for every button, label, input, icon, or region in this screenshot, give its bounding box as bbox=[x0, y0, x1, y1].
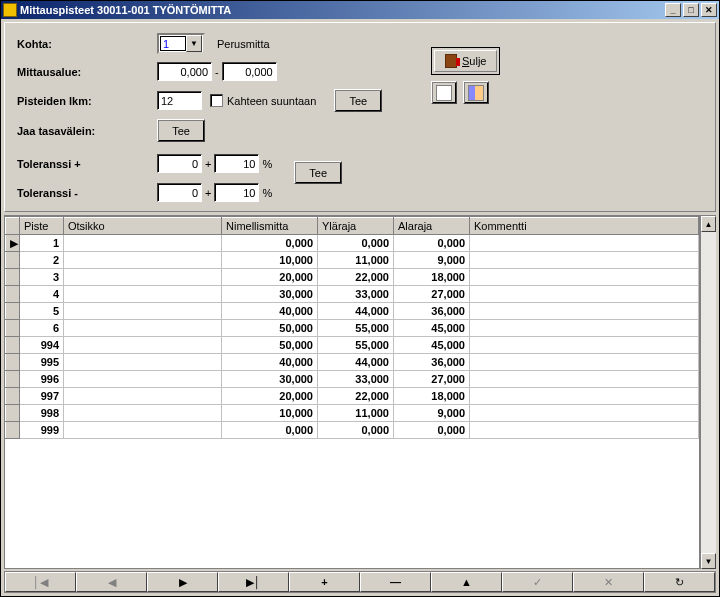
row-indicator[interactable] bbox=[6, 286, 20, 303]
cell-piste[interactable]: 997 bbox=[20, 388, 64, 405]
cell-ylaraja[interactable]: 22,000 bbox=[318, 269, 394, 286]
cell-piste[interactable]: 5 bbox=[20, 303, 64, 320]
cell-nimellis[interactable]: 10,000 bbox=[222, 252, 318, 269]
grid-options-button[interactable] bbox=[431, 81, 457, 104]
cell-piste[interactable]: 6 bbox=[20, 320, 64, 337]
cell-ylaraja[interactable]: 22,000 bbox=[318, 388, 394, 405]
cell-nimellis[interactable]: 50,000 bbox=[222, 320, 318, 337]
kahteen-checkbox[interactable] bbox=[210, 94, 223, 107]
cell-piste[interactable]: 996 bbox=[20, 371, 64, 388]
cell-ylaraja[interactable]: 33,000 bbox=[318, 286, 394, 303]
table-row[interactable]: 650,00055,00045,000 bbox=[6, 320, 699, 337]
range-from-input[interactable] bbox=[157, 62, 212, 81]
cell-piste[interactable]: 998 bbox=[20, 405, 64, 422]
cell-otsikko[interactable] bbox=[64, 235, 222, 252]
table-row[interactable]: 9990,0000,0000,000 bbox=[6, 422, 699, 439]
tee-button-1[interactable]: Tee bbox=[334, 89, 382, 112]
col-kommentti[interactable]: Kommentti bbox=[470, 218, 699, 235]
scroll-track[interactable] bbox=[701, 232, 716, 553]
table-row[interactable]: 99720,00022,00018,000 bbox=[6, 388, 699, 405]
table-row[interactable]: 430,00033,00027,000 bbox=[6, 286, 699, 303]
tee-button-2[interactable]: Tee bbox=[157, 119, 205, 142]
sulje-button[interactable]: Sulje bbox=[431, 47, 500, 75]
nav-next-button[interactable]: ▶ bbox=[147, 572, 218, 592]
cell-ylaraja[interactable]: 55,000 bbox=[318, 337, 394, 354]
cell-otsikko[interactable] bbox=[64, 388, 222, 405]
cell-ylaraja[interactable]: 0,000 bbox=[318, 235, 394, 252]
cell-ylaraja[interactable]: 44,000 bbox=[318, 354, 394, 371]
table-row[interactable]: 99810,00011,0009,000 bbox=[6, 405, 699, 422]
tolp-a-input[interactable] bbox=[157, 154, 202, 173]
cell-otsikko[interactable] bbox=[64, 405, 222, 422]
tee-button-3[interactable]: Tee bbox=[294, 161, 342, 184]
cell-piste[interactable]: 2 bbox=[20, 252, 64, 269]
cell-piste[interactable]: 3 bbox=[20, 269, 64, 286]
nav-first-button[interactable]: │◀ bbox=[5, 572, 76, 592]
kohta-dropdown[interactable]: ▼ bbox=[157, 33, 205, 54]
cell-kommentti[interactable] bbox=[470, 337, 699, 354]
cell-kommentti[interactable] bbox=[470, 286, 699, 303]
row-indicator[interactable]: ▶ bbox=[6, 235, 20, 252]
cell-nimellis[interactable]: 40,000 bbox=[222, 303, 318, 320]
cell-alaraja[interactable]: 45,000 bbox=[394, 320, 470, 337]
cell-piste[interactable]: 4 bbox=[20, 286, 64, 303]
cell-alaraja[interactable]: 9,000 bbox=[394, 405, 470, 422]
cell-kommentti[interactable] bbox=[470, 320, 699, 337]
cell-alaraja[interactable]: 36,000 bbox=[394, 354, 470, 371]
dropdown-arrow-icon[interactable]: ▼ bbox=[186, 35, 202, 52]
cell-alaraja[interactable]: 27,000 bbox=[394, 371, 470, 388]
cell-ylaraja[interactable]: 0,000 bbox=[318, 422, 394, 439]
cell-piste[interactable]: 1 bbox=[20, 235, 64, 252]
row-indicator[interactable] bbox=[6, 422, 20, 439]
maximize-button[interactable]: □ bbox=[683, 3, 699, 17]
cell-ylaraja[interactable]: 11,000 bbox=[318, 252, 394, 269]
tolm-a-input[interactable] bbox=[157, 183, 202, 202]
table-row[interactable]: ▶10,0000,0000,000 bbox=[6, 235, 699, 252]
cell-alaraja[interactable]: 27,000 bbox=[394, 286, 470, 303]
cell-kommentti[interactable] bbox=[470, 235, 699, 252]
nav-cancel-button[interactable]: ✕ bbox=[573, 572, 644, 592]
table-row[interactable]: 320,00022,00018,000 bbox=[6, 269, 699, 286]
col-piste[interactable]: Piste bbox=[20, 218, 64, 235]
table-row[interactable]: 99450,00055,00045,000 bbox=[6, 337, 699, 354]
scroll-down-icon[interactable]: ▼ bbox=[701, 553, 716, 569]
cell-piste[interactable]: 999 bbox=[20, 422, 64, 439]
range-to-input[interactable] bbox=[222, 62, 277, 81]
nav-refresh-button[interactable]: ↻ bbox=[644, 572, 715, 592]
row-indicator[interactable] bbox=[6, 405, 20, 422]
nav-edit-button[interactable]: ▲ bbox=[431, 572, 502, 592]
nav-add-button[interactable]: + bbox=[289, 572, 360, 592]
table-row[interactable]: 99540,00044,00036,000 bbox=[6, 354, 699, 371]
cell-nimellis[interactable]: 30,000 bbox=[222, 371, 318, 388]
cell-nimellis[interactable]: 40,000 bbox=[222, 354, 318, 371]
col-alaraja[interactable]: Alaraja bbox=[394, 218, 470, 235]
cell-alaraja[interactable]: 18,000 bbox=[394, 269, 470, 286]
row-indicator[interactable] bbox=[6, 354, 20, 371]
cell-ylaraja[interactable]: 55,000 bbox=[318, 320, 394, 337]
data-grid[interactable]: Piste Otsikko Nimellismitta Yläraja Alar… bbox=[4, 216, 700, 569]
nav-confirm-button[interactable]: ✓ bbox=[502, 572, 573, 592]
cell-kommentti[interactable] bbox=[470, 252, 699, 269]
cell-nimellis[interactable]: 10,000 bbox=[222, 405, 318, 422]
cell-nimellis[interactable]: 0,000 bbox=[222, 422, 318, 439]
cell-piste[interactable]: 994 bbox=[20, 337, 64, 354]
cell-ylaraja[interactable]: 11,000 bbox=[318, 405, 394, 422]
layout-options-button[interactable] bbox=[463, 81, 489, 104]
cell-alaraja[interactable]: 0,000 bbox=[394, 422, 470, 439]
vertical-scrollbar[interactable]: ▲ ▼ bbox=[700, 216, 716, 569]
cell-kommentti[interactable] bbox=[470, 354, 699, 371]
cell-ylaraja[interactable]: 44,000 bbox=[318, 303, 394, 320]
row-indicator[interactable] bbox=[6, 320, 20, 337]
cell-nimellis[interactable]: 30,000 bbox=[222, 286, 318, 303]
nav-prev-button[interactable]: ◀ bbox=[76, 572, 147, 592]
cell-nimellis[interactable]: 20,000 bbox=[222, 269, 318, 286]
cell-otsikko[interactable] bbox=[64, 371, 222, 388]
cell-otsikko[interactable] bbox=[64, 303, 222, 320]
cell-alaraja[interactable]: 36,000 bbox=[394, 303, 470, 320]
table-row[interactable]: 210,00011,0009,000 bbox=[6, 252, 699, 269]
cell-nimellis[interactable]: 0,000 bbox=[222, 235, 318, 252]
cell-alaraja[interactable]: 0,000 bbox=[394, 235, 470, 252]
row-indicator[interactable] bbox=[6, 252, 20, 269]
cell-otsikko[interactable] bbox=[64, 354, 222, 371]
kohta-value[interactable] bbox=[160, 36, 186, 51]
